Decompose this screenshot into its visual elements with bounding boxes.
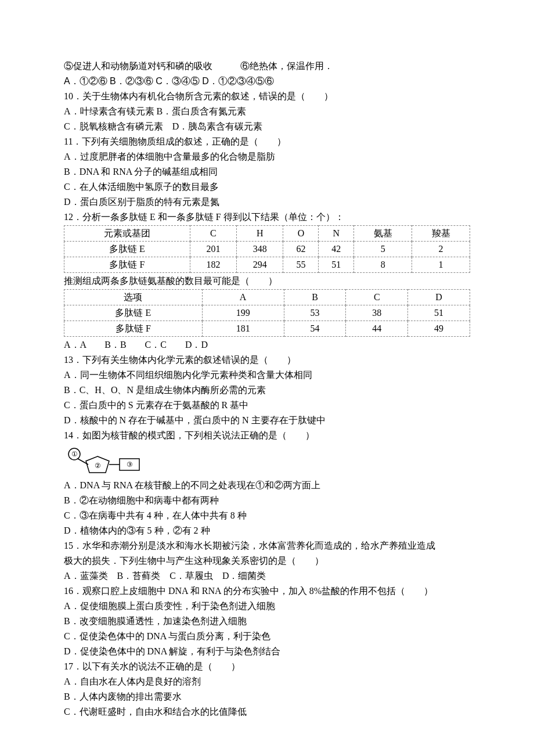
q13-stem: 13．下列有关生物体内化学元素的叙述错误的是（ ） [64, 353, 470, 367]
cell: 2 [412, 242, 470, 257]
q10-stem: 10．关于生物体内有机化合物所含元素的叙述，错误的是（ ） [64, 89, 470, 103]
q10-choice-ab: A．叶绿素含有镁元素 B．蛋白质含有氮元素 [64, 105, 470, 118]
cell: A [202, 290, 284, 305]
cell: 201 [190, 242, 236, 257]
cell: O [283, 226, 319, 242]
cell: 182 [190, 257, 236, 273]
q16-stem: 16．观察口腔上皮细胞中 DNA 和 RNA 的分布实验中，加入 8%盐酸的作用… [64, 584, 470, 598]
q12-table1: 元素或基团 C H O N 氨基 羧基 多肽链 E 201 348 62 42 … [64, 225, 470, 273]
q17-choice-c: C．代谢旺盛时，自由水和结合水的比值降低 [64, 705, 470, 719]
cell: 62 [283, 242, 319, 257]
q11-choice-b: B．DNA 和 RNA 分子的碱基组成相同 [64, 165, 470, 179]
q13-choice-d: D．核酸中的 N 存在于碱基中，蛋白质中的 N 主要存在于肽键中 [64, 413, 470, 427]
cell: 羧基 [412, 226, 470, 242]
q10-choice-cd: C．脱氧核糖含有磷元素 D．胰岛素含有碳元素 [64, 120, 470, 134]
cell: 多肽链 F [64, 257, 190, 273]
table-row: 多肽链 F 182 294 55 51 8 1 [64, 257, 470, 273]
cell: 多肽链 E [64, 242, 190, 257]
cell: 51 [319, 257, 354, 273]
diagram-label-1: ① [71, 450, 78, 458]
cell: 348 [237, 242, 283, 257]
cell: 多肽链 E [64, 305, 203, 321]
cell: D [408, 290, 470, 305]
cell: 294 [237, 257, 283, 273]
q16-choice-b: B．改变细胞膜通透性，加速染色剂进入细胞 [64, 614, 470, 628]
q14-choice-b: B．②在动物细胞中和病毒中都有两种 [64, 494, 470, 507]
q12-choices: A．A B．B C．C D．D [64, 338, 470, 352]
cell: 49 [408, 321, 470, 337]
table-row: 选项 A B C D [64, 290, 470, 305]
cell: 1 [412, 257, 470, 273]
q15-stem-2: 极大的损失．下列生物中与产生这种现象关系密切的是（ ） [64, 554, 470, 568]
cell: 54 [284, 321, 346, 337]
cell: 51 [408, 305, 470, 321]
q14-choice-a: A．DNA 与 RNA 在核苷酸上的不同之处表现在①和②两方面上 [64, 478, 470, 492]
cell: C [190, 226, 236, 242]
cell: 38 [346, 305, 408, 321]
cell: 53 [284, 305, 346, 321]
q15-choices: A．蓝藻类 B．苔藓类 C．草履虫 D．细菌类 [64, 569, 470, 583]
table-row: 元素或基团 C H O N 氨基 羧基 [64, 226, 470, 242]
cell: 多肽链 F [64, 321, 203, 337]
cell: 199 [202, 305, 284, 321]
q13-choice-a: A．同一生物体不同组织细胞内化学元素种类和含量大体相同 [64, 368, 470, 382]
q17-stem: 17．以下有关水的说法不正确的是（ ） [64, 660, 470, 674]
q12-table2: 选项 A B C D 多肽链 E 199 53 38 51 多肽链 F 181 … [64, 289, 470, 337]
diagram-label-3: ③ [127, 460, 133, 469]
q15-stem-1: 15．水华和赤潮分别是淡水和海水长期被污染，水体富营养化而造成的，给水产养殖业造… [64, 539, 470, 553]
cell: 8 [354, 257, 412, 273]
q14-choice-c: C．③在病毒中共有 4 种，在人体中共有 8 种 [64, 509, 470, 523]
table-row: 多肽链 E 199 53 38 51 [64, 305, 470, 321]
cell: 5 [354, 242, 412, 257]
q16-choice-c: C．促使染色体中的 DNA 与蛋白质分离，利于染色 [64, 629, 470, 643]
cell: 55 [283, 257, 319, 273]
cell: 选项 [64, 290, 203, 305]
q17-choice-a: A．自由水在人体内是良好的溶剂 [64, 675, 470, 689]
q9-choices: A．①②⑥ B．②③⑥ C．③④⑤ D．①②③④⑤⑥ [64, 74, 470, 88]
q14-stem: 14．如图为核苷酸的模式图，下列相关说法正确的是（ ） [64, 429, 470, 442]
q16-choice-d: D．促使染色体中的 DNA 解旋，有利于与染色剂结合 [64, 645, 470, 658]
cell: 181 [202, 321, 284, 337]
cell: B [284, 290, 346, 305]
q9-option6: ⑥绝热体，保温作用． [240, 61, 333, 71]
cell: 氨基 [354, 226, 412, 242]
q11-choice-c: C．在人体活细胞中氢原子的数目最多 [64, 180, 470, 194]
q11-stem: 11．下列有关细胞物质组成的叙述，正确的是（ ） [64, 135, 470, 149]
table-row: 多肽链 F 181 54 44 49 [64, 321, 470, 337]
q14-choice-d: D．植物体内的③有 5 种，②有 2 种 [64, 524, 470, 538]
cell: C [346, 290, 408, 305]
cell: N [319, 226, 354, 242]
q9-option5: ⑤促进人和动物肠道对钙和磷的吸收 [64, 61, 212, 71]
q12-mid: 推测组成两条多肽链氨基酸的数目最可能是（ ） [64, 274, 470, 288]
cell: H [237, 226, 283, 242]
cell: 42 [319, 242, 354, 257]
q11-choice-a: A．过度肥胖者的体细胞中含量最多的化合物是脂肪 [64, 150, 470, 164]
nucleotide-diagram: ① ② ③ [64, 446, 470, 475]
q13-choice-b: B．C、H、O、N 是组成生物体内酶所必需的元素 [64, 383, 470, 397]
q13-choice-c: C．蛋白质中的 S 元素存在于氨基酸的 R 基中 [64, 398, 470, 412]
table-row: 多肽链 E 201 348 62 42 5 2 [64, 242, 470, 257]
q12-stem: 12．分析一条多肽链 E 和一条多肽链 F 得到以下结果（单位：个）： [64, 210, 470, 224]
q17-choice-b: B．人体内废物的排出需要水 [64, 690, 470, 704]
cell: 44 [346, 321, 408, 337]
q16-choice-a: A．促使细胞膜上蛋白质变性，利于染色剂进入细胞 [64, 599, 470, 613]
q11-choice-d: D．蛋白质区别于脂质的特有元素是氮 [64, 195, 470, 209]
diagram-label-2: ② [95, 462, 101, 470]
cell: 元素或基团 [64, 226, 190, 242]
